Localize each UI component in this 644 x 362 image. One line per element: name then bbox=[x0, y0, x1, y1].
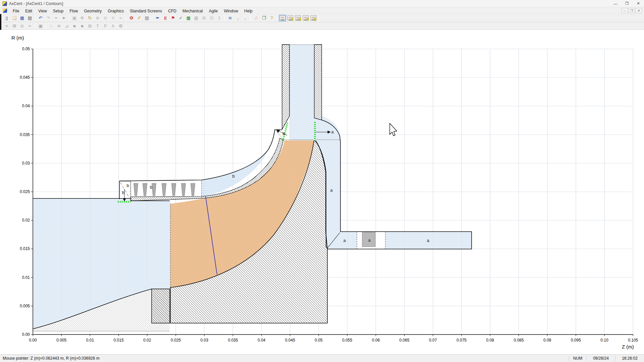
tick-label: 0.025 bbox=[171, 338, 181, 343]
plot-curves-icon[interactable]: ≋ bbox=[55, 22, 63, 29]
center-view-icon[interactable]: ✛ bbox=[109, 15, 117, 21]
clipboard-report-icon[interactable]: ❐ bbox=[260, 15, 268, 21]
menu-edit[interactable]: Edit bbox=[22, 8, 35, 14]
menu-cfd[interactable]: CFD bbox=[165, 8, 179, 14]
mouse-cursor bbox=[390, 123, 397, 136]
contours-plot-area[interactable]: 0.000.0050.010.0150.020.0250.030.0350.04… bbox=[0, 30, 644, 354]
menu-file[interactable]: File bbox=[10, 8, 22, 14]
report-icon[interactable]: ▤ bbox=[143, 15, 151, 21]
pick-blade-icon[interactable]: ➣ bbox=[26, 22, 34, 29]
mesh-blade-icon[interactable]: ▦ bbox=[185, 15, 192, 21]
boxed-blade-icon[interactable]: ▣ bbox=[37, 22, 44, 29]
tick-label: 0.05 bbox=[315, 338, 323, 343]
region-label-a: a bbox=[330, 188, 333, 193]
tick-label: 0.09 bbox=[543, 338, 551, 343]
toolbar-separator bbox=[318, 15, 319, 21]
menu-help[interactable]: Help bbox=[241, 8, 256, 14]
toolbar-separator bbox=[224, 15, 225, 21]
menu-mechanical[interactable]: Mechanical bbox=[179, 8, 206, 14]
blade-report-icon[interactable]: ❂ bbox=[117, 22, 124, 29]
tick-label: 0.03 bbox=[201, 338, 209, 343]
disable-region-icon[interactable]: ⊘ bbox=[18, 22, 26, 29]
rotate-view-icon[interactable]: ↻ bbox=[86, 15, 94, 21]
menu-standard-screens[interactable]: Standard Screens bbox=[127, 8, 165, 14]
export-geometry-icon[interactable]: ✐ bbox=[136, 15, 143, 21]
toolbar-separator bbox=[46, 23, 46, 29]
plot-check-icon[interactable]: ⊿ bbox=[63, 22, 70, 29]
standard-screen-4-icon[interactable]: 4 bbox=[302, 15, 309, 21]
window-title: AxCent - [AxCent1 / Contours] bbox=[9, 1, 63, 6]
menu-geometry[interactable]: Geometry bbox=[81, 8, 105, 14]
toolbar-main: ▯❏▦▤↶↷−+▣✥↻⊕⊖✛➢❂✐▤✒((⚑✓▦▦⊞⊟↧≋◞◟∴❐?2345 bbox=[0, 14, 644, 22]
menu-setup[interactable]: Setup bbox=[50, 8, 66, 14]
region-label-a: a bbox=[427, 238, 429, 243]
impeller-geometry-icon[interactable]: ❂ bbox=[128, 15, 135, 21]
tick-label: 0.035 bbox=[20, 132, 30, 137]
meridional-flow-icon[interactable]: ◟ bbox=[242, 15, 249, 21]
zoom-out-icon[interactable]: ⊖ bbox=[102, 15, 109, 21]
contour-plot-icon[interactable]: ≋ bbox=[226, 15, 234, 21]
child-restore-button[interactable]: ❐ bbox=[629, 8, 635, 13]
tick-label: 0.085 bbox=[514, 338, 524, 343]
redo-icon[interactable]: ↷ bbox=[45, 15, 52, 21]
mesh-blade-2-icon[interactable]: ▦ bbox=[193, 15, 200, 21]
page-boxed-icon[interactable]: ⊞ bbox=[86, 22, 94, 29]
region-label-b: b bbox=[126, 183, 129, 188]
standard-screen-5-icon[interactable]: 5 bbox=[310, 15, 317, 21]
zoom-in-icon[interactable]: ⊕ bbox=[94, 15, 101, 21]
menu-graphics[interactable]: Graphics bbox=[105, 8, 127, 14]
blade-angles-icon[interactable]: ⚑ bbox=[169, 15, 177, 21]
enthalpy-plot-icon[interactable]: h bbox=[109, 22, 117, 29]
region-label-b: b bbox=[282, 131, 285, 136]
zoom-decrease-icon[interactable]: − bbox=[52, 15, 60, 21]
minimize-button[interactable]: — bbox=[610, 0, 621, 7]
close-button[interactable]: ✕ bbox=[633, 0, 644, 7]
tick-label: 0.015 bbox=[114, 338, 124, 343]
restore-button[interactable]: ❐ bbox=[621, 0, 633, 7]
standard-screen-3-icon[interactable]: 3 bbox=[294, 15, 302, 21]
check-geometry-icon[interactable]: ✓ bbox=[177, 15, 184, 21]
menu-window[interactable]: Window bbox=[221, 8, 241, 14]
page-solid-2-icon[interactable]: ■ bbox=[78, 22, 86, 29]
data-table-2-icon[interactable]: ⊟ bbox=[208, 15, 215, 21]
print-icon[interactable]: ▤ bbox=[26, 15, 34, 21]
throat-curves-icon[interactable]: (( bbox=[162, 15, 169, 21]
zoom-window-icon[interactable]: ▣ bbox=[71, 15, 78, 21]
pan-icon[interactable]: ✥ bbox=[78, 15, 86, 21]
open-file-icon[interactable]: ❏ bbox=[11, 15, 18, 21]
standard-screen-2-icon[interactable]: 2 bbox=[286, 15, 294, 21]
data-table-icon[interactable]: ⊞ bbox=[200, 15, 208, 21]
pressure-plot-icon[interactable]: P bbox=[102, 22, 109, 29]
new-file-icon[interactable]: ▯ bbox=[3, 15, 10, 21]
select-pointer-icon[interactable]: ➢ bbox=[117, 15, 124, 21]
plot-points-icon[interactable]: ∴ bbox=[48, 22, 55, 29]
tick-label: 0.03 bbox=[22, 161, 30, 166]
toolbar-secondary: ≡❂⊘➣▣∴≋⊿■■⊞TPh❂ bbox=[0, 22, 644, 30]
meridional-view-icon[interactable]: ◞ bbox=[234, 15, 241, 21]
scatter-plot-icon[interactable]: ∴ bbox=[253, 15, 260, 21]
impeller-view-icon[interactable]: ❂ bbox=[11, 22, 18, 29]
zoom-increase-icon[interactable]: + bbox=[60, 15, 67, 21]
align-lines-icon[interactable]: ≡ bbox=[3, 22, 10, 29]
toolbar-separator bbox=[277, 15, 277, 21]
save-file-icon[interactable]: ▦ bbox=[18, 15, 26, 21]
tick-label: 0.07 bbox=[429, 338, 437, 343]
tick-label: 0.095 bbox=[571, 338, 581, 343]
standard-screen-1-icon[interactable] bbox=[279, 15, 286, 21]
menu-flow[interactable]: Flow bbox=[66, 8, 81, 14]
menu-bar: FileEditViewSetupFlowGeometryGraphicsSta… bbox=[0, 7, 644, 14]
child-close-button[interactable]: ✕ bbox=[636, 8, 642, 13]
import-data-icon[interactable]: ↧ bbox=[216, 15, 223, 21]
child-minimize-button[interactable]: — bbox=[622, 8, 628, 13]
region-label-a: a bbox=[331, 129, 334, 134]
undo-icon[interactable]: ↶ bbox=[37, 15, 44, 21]
blade-design-icon[interactable]: ✒ bbox=[154, 15, 161, 21]
tick-label: 0.00 bbox=[22, 332, 30, 337]
toolbar-separator bbox=[69, 15, 69, 21]
tick-label: 0.04 bbox=[258, 338, 266, 343]
help-icon[interactable]: ? bbox=[268, 15, 275, 21]
menu-view[interactable]: View bbox=[35, 8, 50, 14]
menu-agile[interactable]: Agile bbox=[206, 8, 221, 14]
temperature-plot-icon[interactable]: T bbox=[94, 22, 101, 29]
page-solid-icon[interactable]: ■ bbox=[71, 22, 78, 29]
